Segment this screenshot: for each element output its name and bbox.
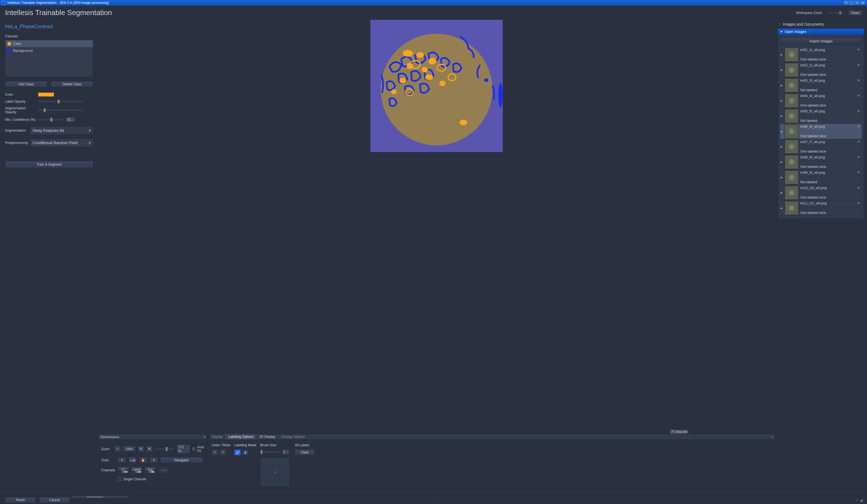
image-list-item[interactable]: ▶im05_t5_w0.pngNot labeled✕ bbox=[780, 109, 862, 124]
zoom-slider[interactable] bbox=[155, 449, 174, 450]
erase-mode-button[interactable]: 🗑 bbox=[242, 449, 249, 456]
segmentation-select[interactable]: Deep Features 64 bbox=[30, 127, 93, 135]
info-icon[interactable]: i bbox=[856, 498, 857, 502]
channel-seg[interactable]: Seg bbox=[144, 467, 156, 474]
add-class-button[interactable]: Add Class bbox=[5, 81, 47, 87]
show-all-toggle[interactable]: Show All bbox=[670, 430, 688, 434]
close-icon[interactable]: ✕ bbox=[857, 186, 861, 190]
class-row[interactable]: Background bbox=[5, 47, 93, 54]
delete-class-button[interactable]: Delete Class bbox=[51, 81, 93, 87]
image-filename: im01_t1_w0.png bbox=[800, 48, 856, 52]
help-button[interactable]: ? bbox=[844, 1, 848, 5]
brush-size-slider[interactable] bbox=[260, 451, 279, 453]
close-icon[interactable]: ✕ bbox=[857, 94, 861, 98]
image-viewer[interactable] bbox=[98, 19, 775, 430]
expand-icon[interactable]: ▶ bbox=[781, 155, 783, 169]
close-icon[interactable]: ✕ bbox=[857, 140, 861, 144]
tab-2d-display[interactable]: 2D Display bbox=[256, 434, 278, 440]
expand-icon[interactable]: ▶ bbox=[781, 124, 783, 138]
label-opacity-slider[interactable] bbox=[38, 101, 83, 102]
channel-conf[interactable]: Conf bbox=[158, 467, 169, 474]
single-channel-checkbox[interactable] bbox=[118, 478, 121, 481]
segmentation-opacity-slider[interactable] bbox=[38, 110, 83, 111]
workspace-zoom-slider[interactable] bbox=[828, 12, 844, 13]
zoom-100-button[interactable]: 100% bbox=[123, 446, 136, 452]
close-icon[interactable]: ✕ bbox=[857, 109, 861, 113]
show-all-checkbox[interactable] bbox=[672, 430, 675, 434]
expand-icon[interactable]: ▶ bbox=[781, 109, 783, 123]
min-confidence-slider[interactable] bbox=[38, 119, 63, 120]
cancel-button[interactable]: Cancel bbox=[39, 497, 70, 503]
close-icon[interactable]: ✕ bbox=[857, 201, 861, 205]
rect-zoom-tool[interactable]: ▭⊕ bbox=[128, 457, 137, 463]
image-list-item[interactable]: ▶im04_t4_w0.pngOne labeled slice✕ bbox=[780, 93, 862, 109]
horizontal-scrollbar[interactable] bbox=[73, 496, 128, 498]
min-confidence-value[interactable]: 51 bbox=[65, 117, 75, 122]
close-icon[interactable]: ✕ bbox=[857, 48, 861, 52]
redo-button[interactable]: ↷ bbox=[220, 449, 226, 456]
class-row[interactable]: Cells bbox=[5, 40, 93, 47]
zoom-value[interactable]: 171 % bbox=[176, 444, 190, 454]
expand-icon[interactable]: ▶ bbox=[781, 201, 783, 215]
expand-icon[interactable]: ▶ bbox=[781, 140, 783, 154]
expand-icon[interactable]: ▶ bbox=[781, 186, 783, 200]
tab-labeling-options[interactable]: Labeling Options bbox=[226, 434, 256, 440]
classes-list[interactable]: CellsBackground bbox=[5, 40, 93, 77]
close-icon[interactable]: ✕ bbox=[857, 171, 861, 174]
tab-overlay-options[interactable]: Overlay Options bbox=[278, 434, 308, 440]
channel-c1[interactable]: C1 bbox=[118, 467, 129, 474]
image-list-item[interactable]: ▶im10_t10_w0.pngOne labeled slice✕ bbox=[780, 185, 862, 200]
maximize-button[interactable]: □ bbox=[855, 1, 860, 5]
color-swatch[interactable] bbox=[38, 92, 54, 97]
svg-rect-2 bbox=[484, 78, 488, 82]
eyedropper-tool[interactable]: ✎ bbox=[150, 457, 158, 463]
pan-tool[interactable]: ✋ bbox=[139, 457, 147, 463]
channel-labels[interactable]: Labels bbox=[131, 467, 142, 474]
close-icon[interactable]: ✕ bbox=[857, 124, 861, 128]
tab-display[interactable]: Display bbox=[209, 434, 226, 440]
pointer-tool[interactable]: ▾ bbox=[118, 457, 126, 463]
zoom-in-button[interactable] bbox=[147, 446, 153, 452]
image-list-item[interactable]: ▶im02_t2_w0.pngOne labeled slice✕ bbox=[780, 63, 862, 78]
expand-icon[interactable]: ▶ bbox=[781, 48, 783, 62]
expand-icon[interactable]: ▶ bbox=[781, 63, 783, 77]
undo-button[interactable]: ↶ bbox=[212, 449, 218, 456]
postprocessing-select[interactable]: Conditional Random Field bbox=[30, 139, 93, 147]
reset-button[interactable]: Reset bbox=[849, 11, 862, 15]
zoom-out-button[interactable] bbox=[138, 446, 144, 452]
image-list-item[interactable]: ▶im07_t7_w0.pngOne labeled slice✕ bbox=[780, 139, 862, 154]
segmentation-canvas[interactable] bbox=[371, 20, 503, 152]
expand-icon[interactable]: ▶ bbox=[781, 94, 783, 108]
grip-icon[interactable]: ⠿ bbox=[779, 23, 781, 26]
expand-icon[interactable]: ▶ bbox=[781, 171, 783, 184]
resize-grip-icon[interactable]: ◢ bbox=[860, 498, 863, 502]
image-list-item[interactable]: ▶im03_t3_w0.pngNot labeled✕ bbox=[780, 78, 862, 93]
image-list-item[interactable]: ▶im11_t11_w0.pngOne labeled slice✕ bbox=[780, 200, 862, 216]
clear-button[interactable]: Clear bbox=[295, 449, 314, 456]
close-icon[interactable]: ✕ bbox=[857, 78, 861, 82]
expand-icon[interactable]: ▾ bbox=[204, 435, 205, 438]
finish-button[interactable]: Finish bbox=[5, 497, 36, 503]
image-list-item[interactable]: ▶im08_t8_w0.pngOne labeled slice✕ bbox=[780, 154, 862, 170]
draw-mode-button[interactable]: 🖉 bbox=[234, 449, 241, 456]
collapse-icon[interactable]: ︿ bbox=[432, 496, 435, 500]
auto-fit-checkbox[interactable] bbox=[192, 447, 195, 451]
open-images-accordion[interactable]: ▾ Open Images bbox=[778, 29, 864, 35]
close-icon[interactable]: ✕ bbox=[857, 63, 861, 67]
import-images-button[interactable]: Import Images bbox=[780, 37, 862, 45]
expand-icon[interactable]: ▶ bbox=[781, 78, 783, 92]
dimensions-tab[interactable]: Dimensions ▾ bbox=[98, 434, 207, 440]
image-list-item[interactable]: ▶im06_t6_w0.pngOne labeled slice✕ bbox=[780, 124, 862, 139]
zoom-fit-button[interactable]: ⤢ bbox=[114, 446, 120, 452]
navigator-button[interactable]: Navigator bbox=[160, 457, 203, 463]
image-list-item[interactable]: ▶im01_t1_w0.pngOne labeled slice✕ bbox=[780, 47, 862, 63]
close-window-button[interactable]: ✕ bbox=[860, 1, 865, 5]
image-list[interactable]: ▶im01_t1_w0.pngOne labeled slice✕▶im02_t… bbox=[780, 47, 862, 216]
close-icon[interactable]: ✕ bbox=[857, 155, 861, 159]
tabs-expand-icon[interactable]: ▾ bbox=[770, 434, 774, 440]
minimize-button[interactable]: _ bbox=[849, 1, 854, 5]
image-filename: im07_t7_w0.png bbox=[800, 140, 856, 144]
train-segment-button[interactable]: Train & Segment bbox=[5, 161, 93, 168]
brush-size-value[interactable]: 2 bbox=[281, 449, 289, 455]
image-list-item[interactable]: ▶im09_t9_w0.pngNot labeled✕ bbox=[780, 170, 862, 185]
